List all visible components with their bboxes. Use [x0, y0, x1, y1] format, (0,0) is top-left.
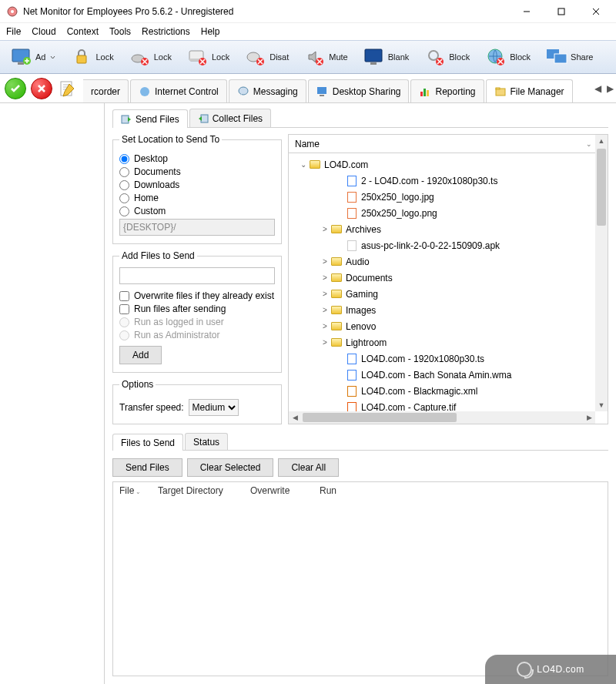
toolbar-blank[interactable]: Blank	[357, 45, 416, 69]
folder-icon	[330, 272, 343, 284]
toolbar-add[interactable]: Ad	[5, 45, 62, 69]
edit-icon[interactable]	[57, 78, 79, 99]
file-icon	[346, 401, 358, 412]
clear-selected-button[interactable]: Clear Selected	[187, 458, 274, 477]
tree-item[interactable]: >Lightroom	[289, 334, 595, 350]
remote-file-tree: Name⌄ ⌄LO4D.com2 - LO4D.com - 1920x1080p…	[288, 134, 608, 424]
th-file[interactable]: File⌄	[113, 485, 152, 496]
minimize-button[interactable]	[509, 0, 544, 23]
menu-cloud[interactable]: Cloud	[32, 26, 55, 37]
check-runafter[interactable]: Run files after sending	[119, 303, 275, 314]
svg-rect-34	[427, 90, 429, 96]
tree-item[interactable]: >Gaming	[289, 286, 595, 302]
tab-file-manager[interactable]: File Manager	[486, 79, 573, 102]
tab-desktop-sharing[interactable]: Desktop Sharing	[308, 79, 410, 102]
radio-downloads[interactable]: Downloads	[119, 179, 275, 190]
tab-messaging[interactable]: Messaging	[229, 79, 306, 102]
th-run[interactable]: Run	[313, 485, 343, 496]
menu-tools[interactable]: Tools	[109, 26, 131, 37]
speed-select[interactable]: Medium	[189, 399, 239, 416]
clear-all-button[interactable]: Clear All	[278, 458, 339, 477]
subtab-send-files[interactable]: Send Files	[112, 109, 188, 128]
svg-rect-32	[420, 92, 423, 96]
tree-item[interactable]: LO4D.com - Bach Sonata Amin.wma	[289, 367, 595, 383]
tree-item[interactable]: >Images	[289, 302, 595, 318]
tab-nav-right[interactable]: ▶	[604, 77, 616, 100]
app-icon	[6, 5, 18, 18]
tree-item[interactable]: 2 - LO4D.com - 1920x1080p30.ts	[289, 173, 595, 189]
th-target[interactable]: Target Directory	[152, 485, 244, 496]
expand-icon[interactable]: >	[320, 306, 330, 314]
folder-icon	[330, 223, 343, 236]
scroll-left-icon[interactable]: ◀	[289, 411, 301, 424]
menu-help[interactable]: Help	[201, 26, 220, 37]
toolbar-block-1[interactable]: Block	[418, 45, 476, 69]
tree-item[interactable]: asus-pc-link-2-0-0-22-150909.apk	[289, 237, 595, 253]
btab-status[interactable]: Status	[185, 433, 228, 450]
addfiles-input[interactable]	[119, 267, 275, 284]
tree-item[interactable]: 250x250_logo.png	[289, 205, 595, 221]
toolbar-block-2[interactable]: Block	[479, 45, 537, 69]
tree-hscrollbar[interactable]: ◀▶	[289, 411, 595, 424]
menu-context[interactable]: Context	[67, 26, 99, 37]
radio-run-admin: Run as Administrator	[119, 330, 275, 340]
scroll-right-icon[interactable]: ▶	[583, 411, 595, 424]
tree-item[interactable]: LO4D.com - Blackmagic.xml	[289, 383, 595, 399]
file-icon	[346, 353, 358, 365]
svg-rect-37	[122, 116, 129, 123]
maximize-button[interactable]	[544, 0, 578, 23]
svg-rect-3	[558, 8, 564, 15]
svg-point-29	[239, 87, 248, 95]
scroll-up-icon[interactable]: ▲	[595, 135, 608, 147]
expand-icon[interactable]: >	[320, 322, 330, 330]
tree-vscrollbar[interactable]: ▲▼	[595, 135, 608, 411]
close-button[interactable]	[578, 0, 613, 23]
tab-nav-left[interactable]: ◀	[591, 77, 604, 100]
tree-item[interactable]: LO4D.com - 1920x1080p30.ts	[289, 350, 595, 367]
folder-icon	[330, 304, 343, 317]
toolbar-lock-1[interactable]: Lock	[65, 45, 119, 69]
tab-internet-control[interactable]: Internet Control	[130, 79, 227, 102]
scroll-down-icon[interactable]: ▼	[595, 399, 608, 411]
svg-rect-19	[370, 62, 377, 65]
tree-item[interactable]: >Lenovo	[289, 318, 595, 334]
tree-item[interactable]: LO4D.com - Capture.tif	[289, 399, 595, 411]
tree-item[interactable]: >Documents	[289, 270, 595, 286]
menu-restrictions[interactable]: Restrictions	[142, 26, 190, 37]
apply-button[interactable]	[5, 78, 26, 99]
check-overwrite[interactable]: Overwrite files if they already exist	[119, 290, 275, 301]
btab-files-to-send[interactable]: Files to Send	[112, 434, 183, 451]
expand-icon[interactable]: >	[320, 273, 330, 282]
toolbar-disable[interactable]: Disat	[239, 45, 295, 69]
expand-icon[interactable]: >	[320, 225, 330, 233]
tree-item[interactable]: 250x250_logo.jpg	[289, 189, 595, 205]
tree-item[interactable]: >Archives	[289, 221, 595, 237]
cancel-button[interactable]	[31, 78, 52, 99]
tree-header[interactable]: Name⌄	[289, 135, 608, 153]
tab-recorder[interactable]: rcorder	[83, 79, 129, 102]
add-button[interactable]: Add	[119, 346, 162, 364]
expand-icon[interactable]: >	[320, 338, 330, 347]
th-overwrite[interactable]: Overwrite	[244, 485, 313, 496]
menu-file[interactable]: File	[6, 26, 21, 37]
tab-reporting[interactable]: Reporting	[410, 79, 484, 102]
radio-custom[interactable]: Custom	[119, 206, 275, 216]
svg-rect-30	[317, 87, 326, 94]
expand-icon[interactable]: >	[320, 290, 330, 298]
main-tabs: rcorder Internet Control Messaging Deskt…	[83, 74, 591, 102]
radio-desktop[interactable]: Desktop	[119, 153, 275, 164]
toolbar-share[interactable]: Share	[540, 45, 599, 69]
send-files-button[interactable]: Send Files	[112, 458, 182, 477]
toolbar-mute[interactable]: Mute	[298, 45, 353, 69]
options-fieldset: Options Transfer speed: Medium	[112, 379, 282, 424]
expand-icon[interactable]: >	[320, 257, 330, 266]
titlebar: Net Monitor for Employees Pro 5.6.2 - Un…	[0, 0, 616, 23]
file-icon	[346, 385, 358, 397]
radio-documents[interactable]: Documents	[119, 166, 275, 177]
toolbar-lock-3[interactable]: Lock	[181, 45, 236, 69]
toolbar-lock-2[interactable]: Lock	[123, 45, 178, 69]
radio-home[interactable]: Home	[119, 193, 275, 203]
tree-root[interactable]: ⌄LO4D.com	[289, 156, 595, 173]
tree-item[interactable]: >Audio	[289, 253, 595, 270]
subtab-collect-files[interactable]: Collect Files	[189, 109, 271, 127]
